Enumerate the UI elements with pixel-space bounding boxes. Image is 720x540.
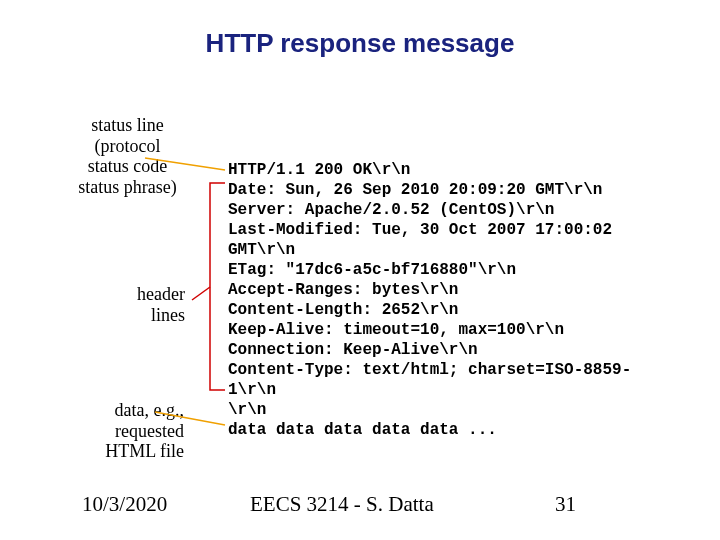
label-status-line: status line(protocolstatus codestatus ph… [60, 115, 195, 198]
svg-line-1 [192, 287, 210, 300]
footer-page: 31 [555, 492, 576, 517]
page-title: HTTP response message [0, 28, 720, 59]
label-data: data, e.g.,requestedHTML file [72, 400, 184, 462]
http-response-code: HTTP/1.1 200 OK\r\n Date: Sun, 26 Sep 20… [228, 160, 663, 440]
label-header-lines: headerlines [110, 284, 185, 325]
footer-date: 10/3/2020 [82, 492, 167, 517]
footer-course: EECS 3214 - S. Datta [250, 492, 434, 517]
